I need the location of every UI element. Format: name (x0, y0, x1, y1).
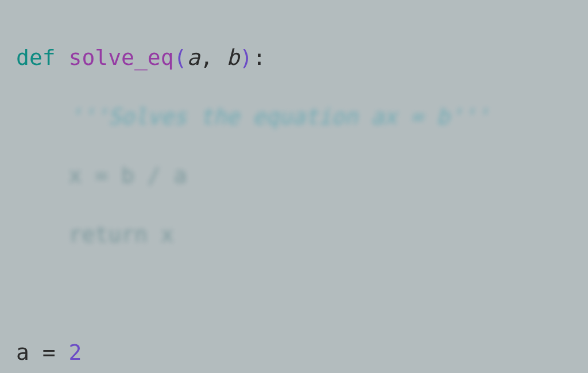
blank-line (16, 279, 572, 309)
assign: = (29, 340, 69, 365)
code-line-1: def solve_eq(a, b): (16, 43, 572, 72)
eq: = (82, 163, 121, 188)
literal-2: 2 (69, 340, 82, 365)
colon: : (253, 45, 266, 70)
var-a: a (174, 163, 187, 188)
var-b: b (121, 163, 134, 188)
code-line-2: '''Solves the equation ax = b''' (16, 102, 572, 132)
paren-open: ( (174, 45, 187, 70)
div-op: / (134, 163, 174, 188)
comma: , (200, 45, 213, 70)
code-block: def solve_eq(a, b): '''Solves the equati… (0, 0, 588, 373)
param-a: a (187, 45, 200, 70)
keyword-return: return (69, 222, 148, 247)
var-a: a (16, 340, 29, 365)
return-var: x (161, 222, 174, 247)
code-line-4: return x (16, 220, 572, 249)
function-name: solve_eq (69, 45, 174, 70)
paren-close: ) (239, 45, 253, 70)
code-line-6: a = 2 (16, 338, 572, 367)
var-x: x (69, 163, 82, 188)
param-b: b (226, 45, 239, 70)
docstring: '''Solves the equation ax = b''' (69, 104, 489, 129)
keyword-def: def (16, 45, 56, 70)
code-line-3: x = b / a (16, 161, 572, 190)
